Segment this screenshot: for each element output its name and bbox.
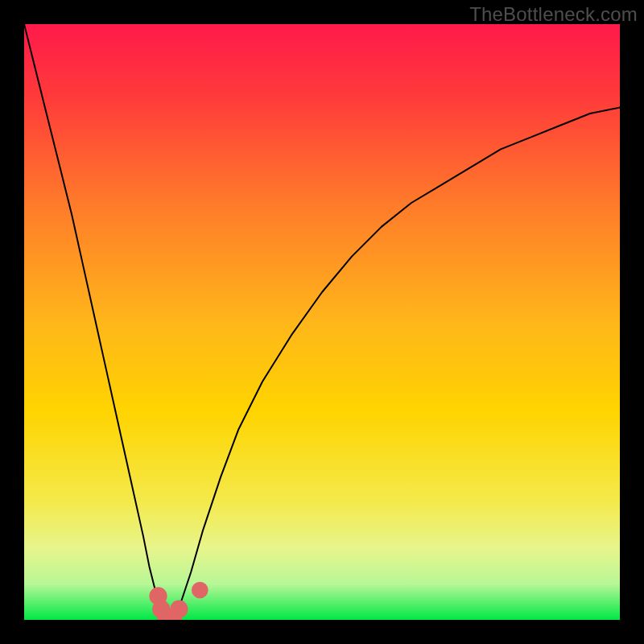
- watermark-text: TheBottleneck.com: [469, 3, 638, 26]
- dot-5: [170, 601, 188, 618]
- chart-plot-area: [24, 24, 620, 620]
- chart-frame: TheBottleneck.com: [0, 0, 644, 644]
- dot-6: [192, 582, 208, 599]
- chart-svg: [24, 24, 620, 620]
- gradient-background: [24, 24, 620, 620]
